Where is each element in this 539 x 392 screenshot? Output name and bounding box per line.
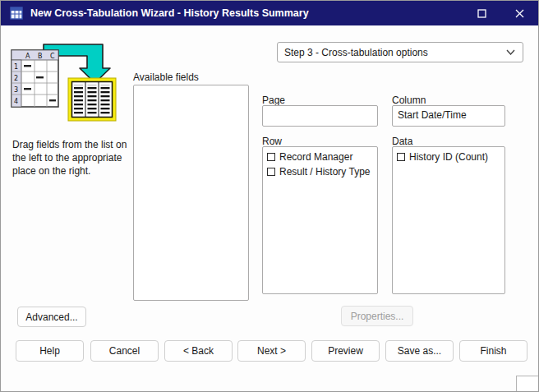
instructions-text: Drag fields from the list on the left to…: [12, 139, 127, 178]
row-field-item[interactable]: Record Manager: [266, 150, 374, 164]
data-dropzone[interactable]: History ID (Count): [392, 146, 505, 294]
titlebar: New Cross-Tabulation Wizard - History Re…: [1, 1, 538, 25]
crosstab-table-icon: [68, 78, 116, 121]
advanced-button[interactable]: Advanced...: [17, 307, 86, 327]
available-fields-label: Available fields: [133, 71, 199, 83]
preview-button[interactable]: Preview: [311, 340, 380, 362]
column-dropzone[interactable]: Start Date/Time: [392, 105, 505, 127]
field-label: Result / History Type: [279, 166, 370, 178]
dialog-window: New Cross-Tabulation Wizard - History Re…: [0, 0, 539, 392]
close-icon: [515, 9, 524, 18]
source-table-icon: A B C 1 2 3 4: [12, 50, 58, 107]
chevron-down-icon: [506, 49, 515, 55]
back-button[interactable]: < Back: [164, 340, 233, 362]
drag-illustration: A B C 1 2 3 4: [9, 42, 119, 122]
svg-text:B: B: [38, 53, 43, 60]
cancel-button[interactable]: Cancel: [90, 340, 159, 362]
finish-button[interactable]: Finish: [459, 340, 527, 362]
close-button[interactable]: [500, 1, 538, 25]
row-field-item[interactable]: Result / History Type: [266, 164, 374, 179]
save-as-button[interactable]: Save as...: [385, 340, 454, 362]
field-box-icon: [267, 168, 275, 176]
svg-text:4: 4: [14, 98, 18, 105]
svg-text:2: 2: [14, 75, 18, 82]
row-label: Row: [262, 136, 282, 147]
field-label: Record Manager: [279, 151, 352, 163]
maximize-icon: [477, 9, 486, 18]
column-label: Column: [392, 95, 426, 106]
page-label: Page: [262, 95, 285, 106]
app-icon: [10, 7, 23, 20]
svg-text:A: A: [25, 53, 30, 60]
field-box-icon: [267, 153, 275, 161]
properties-button: Properties...: [341, 306, 413, 326]
available-fields-list[interactable]: [133, 85, 249, 301]
window-title: New Cross-Tabulation Wizard - History Re…: [30, 7, 309, 19]
row-dropzone[interactable]: Record Manager Result / History Type: [262, 146, 378, 294]
field-box-icon: [397, 153, 405, 161]
step-dropdown-value: Step 3 - Cross-tabulation options: [284, 47, 428, 58]
data-field-item[interactable]: History ID (Count): [396, 150, 501, 164]
resize-grip[interactable]: [516, 376, 538, 391]
window-controls: [463, 1, 538, 25]
field-label: History ID (Count): [409, 151, 488, 163]
svg-text:3: 3: [14, 86, 18, 94]
next-button[interactable]: Next >: [237, 340, 306, 362]
maximize-button[interactable]: [463, 1, 500, 25]
data-label: Data: [392, 136, 412, 147]
svg-text:C: C: [50, 53, 55, 60]
page-dropzone[interactable]: [262, 105, 378, 127]
svg-text:1: 1: [14, 63, 18, 71]
help-button[interactable]: Help: [16, 340, 84, 362]
step-dropdown[interactable]: Step 3 - Cross-tabulation options: [277, 42, 523, 62]
